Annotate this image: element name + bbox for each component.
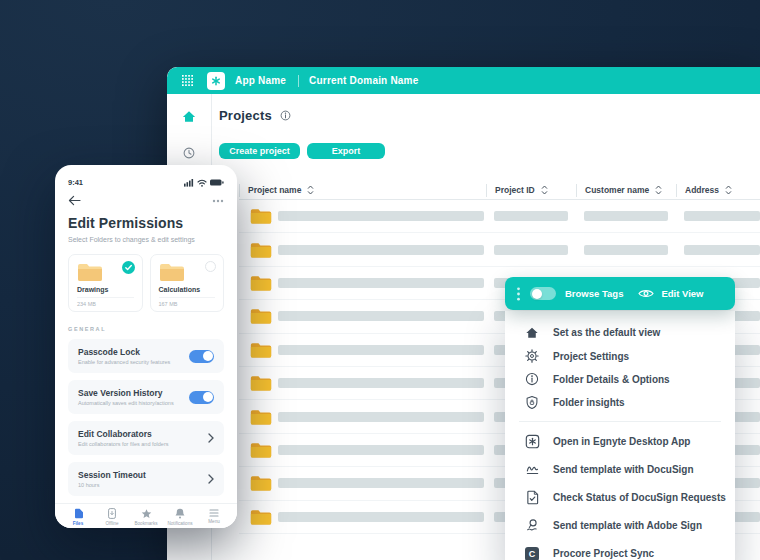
column-header-customer-name[interactable]: Customer name [576,184,676,197]
context-menu-panel: Set as the default view Project Settings… [505,311,735,560]
setting-edit-collaborators[interactable]: Edit Collaborators Edit collaborators fo… [68,421,224,455]
more-options-icon[interactable] [212,199,224,203]
folder-size: 234 MB [77,297,134,311]
menu-item-send-docusign[interactable]: Send template with DocuSign [505,456,735,484]
placeholder-address [684,211,760,221]
folder-icon [250,474,272,492]
folder-size: 167 MB [159,297,216,311]
placeholder-project-name [278,512,484,522]
phone-status-bar: 9:41 [68,178,224,187]
egnyte-logo[interactable] [207,72,225,90]
menu-item-project-settings[interactable]: Project Settings [505,344,735,367]
setting-session-timeout[interactable]: Session Timeout 10 hours [68,462,224,496]
document-check-icon [524,490,540,505]
placeholder-project-name [278,445,484,455]
folder-icon [250,374,272,392]
app-name: App Name [235,75,286,86]
menu-item-folder-details[interactable]: Folder Details & Options [505,368,735,391]
docusign-signature-icon [524,462,540,477]
chevron-right-icon [208,433,214,443]
placeholder-address [684,245,760,255]
placeholder-project-name [278,278,484,288]
info-icon[interactable] [280,110,291,121]
section-label-general: GENERAL [68,326,224,332]
home-icon[interactable] [182,110,196,123]
folder-icon [250,241,272,259]
browse-tags-toggle[interactable] [530,287,556,300]
folder-icon [250,274,272,292]
sort-icon[interactable] [307,185,314,195]
table-row[interactable] [239,200,760,233]
back-arrow-icon[interactable] [68,195,81,206]
folder-name: Drawings [77,286,134,293]
eye-icon[interactable] [638,288,654,299]
chevron-right-icon [208,474,214,484]
procore-icon: C [524,547,540,560]
egnyte-icon [524,434,540,449]
placeholder-customer-name [584,211,668,221]
sort-icon[interactable] [541,185,548,195]
tab-bookmarks[interactable]: Bookmarks [129,504,163,528]
tab-files[interactable]: Files [61,504,95,528]
sort-icon[interactable] [655,185,662,195]
menu-item-folder-insights[interactable]: Folder insights [505,391,735,414]
offline-icon [108,508,116,519]
menu-item-open-egnyte-desktop[interactable]: Open in Egnyte Desktop App [505,428,735,456]
hamburger-menu-icon [209,509,219,517]
create-project-button[interactable]: Create project [219,143,300,159]
header-divider [298,75,299,87]
tab-menu[interactable]: Menu [197,504,231,528]
column-header-address[interactable]: Address [676,184,760,197]
kebab-menu-icon[interactable] [517,287,520,301]
tab-notifications[interactable]: Notifications [163,504,197,528]
folder-card-drawings[interactable]: Drawings 234 MB [68,254,143,312]
star-icon [141,508,152,519]
setting-save-version-history[interactable]: Save Version History Automatically saves… [68,380,224,414]
tab-offline[interactable]: Offline [95,504,129,528]
folder-icon [250,441,272,459]
folder-name: Calculations [159,286,216,293]
passcode-lock-toggle[interactable] [189,350,214,363]
home-icon [524,326,540,339]
edit-view-button[interactable]: Edit View [661,288,703,299]
bell-icon [175,508,185,519]
context-menu-overlay: Browse Tags Edit View Set as the default… [505,277,735,560]
phone-screen-subtitle: Select Folders to changes & edit setting… [68,236,224,243]
folder-card-calculations[interactable]: Calculations 167 MB [150,254,225,312]
waffle-grid-icon[interactable] [182,75,193,86]
setting-passcode-lock[interactable]: Passcode Lock Enable for advanced securi… [68,339,224,373]
placeholder-project-name [278,211,484,221]
unselected-radio[interactable] [205,261,216,272]
folder-icon [250,207,272,225]
menu-item-check-docusign-status[interactable]: Check Status of DocuSign Requests [505,484,735,512]
browse-tags-label: Browse Tags [565,288,623,299]
menu-item-set-default-view[interactable]: Set as the default view [505,321,735,344]
folder-icon [250,341,272,359]
menu-item-procore-sync[interactable]: C Procore Project Sync [505,540,735,560]
info-icon [524,372,540,386]
folder-icon [250,408,272,426]
column-header-project-id[interactable]: Project ID [486,184,576,197]
menu-divider [519,421,721,422]
table-row[interactable] [239,233,760,266]
battery-icon [210,179,224,186]
placeholder-customer-name [584,245,668,255]
selected-check-badge[interactable] [122,261,135,274]
context-menu-header: Browse Tags Edit View [505,277,735,310]
sort-icon[interactable] [725,185,732,195]
folder-icon [250,508,272,526]
placeholder-project-name [278,245,484,255]
marketing-composite: App Name Current Domain Name [0,0,760,560]
export-button[interactable]: Export [307,143,385,159]
phone-screen-title: Edit Permissions [68,215,224,231]
current-domain-name[interactable]: Current Domain Name [309,75,418,86]
save-version-history-toggle[interactable] [189,391,214,404]
adobe-sign-stamp-icon [524,518,540,533]
wifi-icon [197,179,207,187]
folder-icon [250,307,272,325]
menu-item-send-adobe-sign[interactable]: Send template with Adobe Sign [505,512,735,540]
svg-text:C: C [529,549,536,559]
table-header-row: Project name Project ID Customer name [239,181,760,200]
column-header-project-name[interactable]: Project name [239,184,486,197]
recents-clock-icon[interactable] [183,147,195,159]
